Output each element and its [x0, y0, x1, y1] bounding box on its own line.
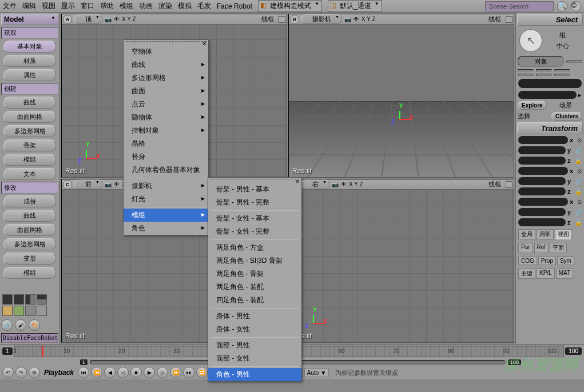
play-icon[interactable]: ▶	[144, 367, 155, 378]
viewport-d[interactable]: D 右 📷👁X Y Z 线框 XYZ Result	[288, 179, 514, 343]
toolbar-mode-dropdown[interactable]: Model	[1, 14, 58, 25]
timeline-end-field[interactable]: 100	[565, 347, 582, 355]
ctx-control[interactable]: 控制对象	[124, 124, 208, 137]
sub-face-m[interactable]: 面部 - 男性	[208, 339, 301, 352]
camera-icon[interactable]: 📷	[105, 16, 112, 22]
ctx-surface[interactable]: 曲面	[124, 85, 208, 98]
viewport-d-display-mode[interactable]: 线框	[488, 180, 503, 189]
link-icon[interactable]: 🔗	[575, 147, 582, 154]
range-start[interactable]: 1	[80, 359, 88, 365]
menu-sim[interactable]: 模拟	[178, 1, 192, 11]
axis-y[interactable]: y	[567, 178, 573, 185]
layout-8[interactable]	[37, 306, 47, 316]
last-frame-icon[interactable]: ⏭	[183, 367, 194, 378]
sub-body-f[interactable]: 身体 - 女性	[208, 323, 301, 336]
explore-button[interactable]: Explore	[518, 101, 547, 110]
tab-prop[interactable]: Prop	[538, 257, 556, 265]
tab-plane[interactable]: 平面	[550, 243, 567, 253]
sub-char-m[interactable]: 角色 - 男性	[208, 368, 301, 381]
tab-kpl[interactable]: KP/L	[537, 269, 555, 279]
prev-key-icon[interactable]: ⏪	[91, 367, 102, 378]
poly-button[interactable]: 多边形网格	[3, 125, 56, 137]
prev-frame-icon[interactable]: ◀	[104, 367, 116, 378]
sub-skel-m-basic[interactable]: 骨架 - 男性 - 基本	[208, 183, 301, 196]
axis-y[interactable]: y	[567, 147, 573, 154]
tab-par[interactable]: Par	[518, 243, 533, 253]
curve2-button[interactable]: 曲线	[3, 210, 56, 222]
model-button[interactable]: 模组	[3, 154, 56, 166]
select-panel-header[interactable]: Select	[517, 14, 583, 26]
ctx-polymesh[interactable]: 多边形网格	[124, 71, 208, 85]
surface2-button[interactable]: 曲面网格	[3, 224, 56, 236]
link-icon[interactable]: 🔗	[575, 209, 582, 215]
tab-ref[interactable]: Ref	[534, 243, 549, 253]
sub-biped-si3d[interactable]: 两足角色 - SI|3D 骨架	[208, 254, 301, 267]
axis-z[interactable]: z	[567, 219, 573, 226]
ctx-lattice[interactable]: 晶格	[124, 137, 208, 150]
surface-button[interactable]: 曲面网格	[3, 111, 56, 123]
maximize-icon[interactable]	[506, 181, 513, 188]
slot[interactable]	[518, 74, 534, 76]
next-key-icon[interactable]: ⏩	[170, 367, 181, 378]
object-filter[interactable]: 对象	[518, 56, 564, 67]
poly2-button[interactable]: 多边形网格	[3, 238, 56, 250]
sub-biped-box[interactable]: 两足角色 - 方盒	[208, 241, 301, 254]
axis-x[interactable]: x	[570, 167, 575, 174]
scene-search-input[interactable]: Scene Search	[485, 1, 554, 11]
lock-icon[interactable]: 🔒	[575, 189, 582, 195]
axis-z[interactable]: z	[567, 188, 573, 195]
deform-button[interactable]: 变形	[3, 253, 56, 265]
curve-button[interactable]: 曲线	[3, 97, 56, 109]
transform-panel-header[interactable]: Transform	[517, 122, 583, 134]
viewport-c-camera-dropdown[interactable]: 前	[74, 179, 102, 189]
menu-help[interactable]: 帮助	[100, 1, 114, 11]
slot[interactable]	[536, 74, 552, 76]
axis-z[interactable]: z	[567, 157, 573, 164]
eye-icon[interactable]: 👁	[114, 16, 120, 22]
layout-7[interactable]	[25, 306, 35, 316]
tab-global[interactable]: 全局	[518, 229, 535, 239]
ctx-model[interactable]: 模组	[124, 209, 208, 222]
layout-4[interactable]	[37, 294, 47, 305]
sub-skel-m-full[interactable]: 骨架 - 男性 - 完整	[208, 196, 301, 209]
first-frame-icon[interactable]: ⏮	[78, 367, 89, 378]
sub-face-f[interactable]: 面部 - 女性	[208, 352, 301, 365]
sub-skel-f-full[interactable]: 骨架 - 女性 - 完整	[208, 225, 301, 238]
lock-icon[interactable]: 🔒	[575, 219, 582, 226]
cursor-tool-icon[interactable]	[519, 29, 542, 52]
menu-model[interactable]: 模组	[120, 1, 133, 11]
select-label[interactable]: 选择	[518, 112, 530, 121]
palette-icon[interactable]: 🎨	[29, 319, 40, 331]
layout-6[interactable]	[14, 306, 24, 316]
lock-icon[interactable]: ⊙	[577, 168, 582, 174]
menu-window[interactable]: 窗口	[81, 1, 94, 11]
auto-key-toggle[interactable]: Auto ▼	[304, 369, 329, 377]
layout-2[interactable]	[14, 294, 24, 305]
modelg-button[interactable]: 模组	[3, 267, 56, 279]
scene-label[interactable]: 场景	[549, 101, 582, 110]
link-icon[interactable]: 🔗	[575, 178, 582, 185]
disable-facerobot-field[interactable]: DisableFaceRobot	[1, 333, 58, 343]
ctx-light[interactable]: 灯光	[124, 193, 208, 206]
slot[interactable]	[518, 69, 534, 71]
channel-dropdown[interactable]: ◫默认_通道	[328, 0, 382, 12]
menu-file[interactable]: 文件	[3, 1, 17, 11]
skeleton-button[interactable]: 骨架	[3, 139, 56, 151]
axis-x[interactable]: x	[570, 198, 575, 205]
viewport-b-display-mode[interactable]: 线框	[488, 15, 503, 23]
construction-mode-dropdown[interactable]: ◧建模构造模式	[258, 0, 322, 12]
component-button[interactable]: 成份	[3, 195, 56, 207]
viewport-a-letter[interactable]: A	[63, 15, 72, 24]
expand-icon[interactable]: ▸	[578, 91, 582, 99]
eye-icon[interactable]: 👁	[341, 181, 347, 187]
sub-quad-rig[interactable]: 四足角色 - 装配	[208, 294, 301, 307]
layout-3[interactable]	[25, 294, 35, 305]
clusters-button[interactable]: Clusters	[551, 112, 582, 121]
maximize-icon[interactable]	[506, 16, 513, 23]
viewport-a-camera-dropdown[interactable]: 顶	[74, 14, 102, 24]
material-button[interactable]: 材质	[3, 55, 56, 67]
viewport-b-camera-dropdown[interactable]: 摄影机	[301, 14, 342, 24]
group-label[interactable]: 组	[545, 31, 581, 39]
refresh-icon[interactable]: ©	[571, 1, 581, 11]
viewport-b-letter[interactable]: B	[290, 15, 299, 24]
